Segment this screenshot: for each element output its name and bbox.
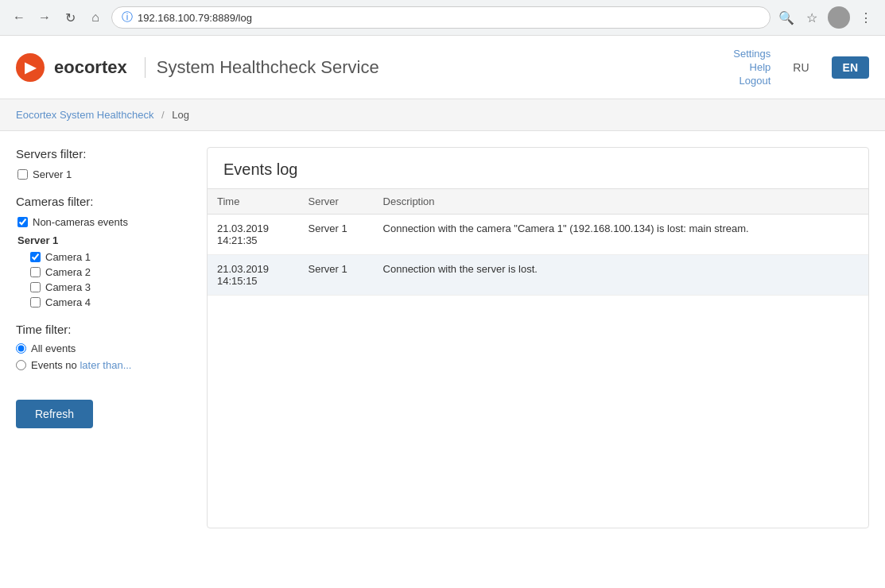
events-log-title: Events log (208, 148, 868, 188)
camera2-filter-item: Camera 2 (29, 265, 191, 280)
event-time: 21.03.2019 14:15:15 (208, 255, 299, 296)
forward-button[interactable]: → (35, 8, 54, 27)
filters-panel: Servers filter: Server 1 Cameras filter:… (16, 147, 191, 528)
camera1-label[interactable]: Camera 1 (45, 251, 91, 263)
non-cameras-filter-item: Non-cameras events (16, 215, 191, 230)
camera-items: Camera 1 Camera 2 Camera 3 Camera 4 (16, 250, 191, 310)
lang-ru-button[interactable]: RU (783, 56, 818, 79)
camera4-label[interactable]: Camera 4 (45, 296, 91, 308)
all-events-radio[interactable] (16, 343, 26, 354)
cameras-filter-title: Cameras filter: (16, 195, 191, 208)
camera3-filter-item: Camera 3 (29, 280, 191, 295)
server1-checkbox[interactable] (17, 169, 28, 180)
info-icon: ⓘ (122, 10, 133, 25)
zoom-button[interactable]: 🔍 (777, 8, 796, 27)
logout-link[interactable]: Logout (739, 75, 771, 87)
menu-button[interactable]: ⋮ (856, 8, 875, 27)
event-server: Server 1 (299, 255, 374, 296)
reload-button[interactable]: ↻ (60, 8, 80, 27)
events-panel: Events log Time Server Description 21.03… (207, 147, 869, 528)
app-header: ▶ eocortex System Healthcheck Service Se… (0, 36, 885, 99)
server1-filter-item: Server 1 (16, 167, 191, 182)
browser-chrome: ← → ↻ ⌂ ⓘ 192.168.100.79:8889/log 🔍 ☆ ⋮ (0, 0, 885, 36)
col-server: Server (299, 189, 374, 215)
breadcrumb: Eocortex System Healthcheck / Log (0, 99, 885, 131)
col-description: Description (374, 189, 868, 215)
breadcrumb-separator: / (161, 109, 165, 121)
settings-link[interactable]: Settings (733, 48, 770, 60)
home-button[interactable]: ⌂ (86, 8, 105, 27)
later-than-link[interactable]: later than... (80, 359, 131, 371)
table-row: 21.03.2019 14:21:35Server 1Connection wi… (208, 215, 868, 255)
event-description: Connection with the server is lost. (374, 255, 868, 296)
event-server: Server 1 (299, 215, 374, 255)
later-than-label[interactable]: Events no later than... (31, 359, 131, 371)
event-time: 21.03.2019 14:21:35 (208, 215, 299, 255)
events-table: Time Server Description 21.03.2019 14:21… (208, 188, 868, 296)
header-links: Settings Help Logout (733, 48, 770, 87)
breadcrumb-current: Log (172, 109, 189, 121)
cameras-filter-section: Cameras filter: Non-cameras events Serve… (16, 195, 191, 310)
time-filter-title: Time filter: (16, 323, 191, 336)
main-content: Servers filter: Server 1 Cameras filter:… (0, 131, 885, 544)
all-events-radio-item: All events (16, 342, 191, 354)
camera3-checkbox[interactable] (30, 282, 41, 292)
non-cameras-checkbox[interactable] (17, 217, 28, 227)
later-than-radio-item: Events no later than... (16, 359, 191, 371)
header-nav: Settings Help Logout RU EN (733, 48, 869, 87)
servers-filter-title: Servers filter: (16, 147, 191, 161)
user-avatar[interactable] (828, 6, 850, 29)
camera3-label[interactable]: Camera 3 (45, 281, 91, 293)
events-table-wrapper[interactable]: Time Server Description 21.03.2019 14:21… (208, 188, 868, 296)
camera2-checkbox[interactable] (30, 267, 41, 277)
help-link[interactable]: Help (750, 61, 771, 73)
camera1-filter-item: Camera 1 (29, 250, 191, 265)
logo-area: ▶ eocortex System Healthcheck Service (16, 53, 379, 82)
bookmark-button[interactable]: ☆ (802, 8, 821, 27)
all-events-label[interactable]: All events (31, 342, 76, 354)
later-than-radio[interactable] (16, 360, 26, 370)
event-description: Connection with the camera "Camera 1" (1… (374, 215, 868, 255)
server-group-label: Server 1 (17, 234, 191, 246)
server1-label[interactable]: Server 1 (33, 168, 72, 180)
camera4-checkbox[interactable] (30, 297, 41, 308)
servers-filter-section: Servers filter: Server 1 (16, 147, 191, 182)
col-time: Time (208, 189, 299, 215)
breadcrumb-home[interactable]: Eocortex System Healthcheck (16, 109, 153, 121)
camera2-label[interactable]: Camera 2 (45, 266, 91, 278)
refresh-button[interactable]: Refresh (16, 400, 93, 428)
lang-en-button[interactable]: EN (832, 56, 869, 79)
logo-text: eocortex (54, 57, 127, 78)
browser-toolbar: ← → ↻ ⌂ ⓘ 192.168.100.79:8889/log 🔍 ☆ ⋮ (0, 0, 885, 35)
url-text: 192.168.100.79:8889/log (138, 12, 252, 24)
browser-actions: 🔍 ☆ ⋮ (777, 6, 875, 29)
non-cameras-label[interactable]: Non-cameras events (33, 216, 128, 228)
time-filter-section: Time filter: All events Events no later … (16, 323, 191, 376)
address-bar[interactable]: ⓘ 192.168.100.79:8889/log (111, 6, 770, 29)
table-header-row: Time Server Description (208, 189, 868, 215)
camera1-checkbox[interactable] (30, 252, 41, 262)
back-button[interactable]: ← (10, 8, 29, 27)
table-row: 21.03.2019 14:15:15Server 1Connection wi… (208, 255, 868, 296)
app-title: System Healthcheck Service (145, 57, 379, 78)
logo-icon: ▶ (16, 53, 45, 82)
camera4-filter-item: Camera 4 (29, 295, 191, 310)
